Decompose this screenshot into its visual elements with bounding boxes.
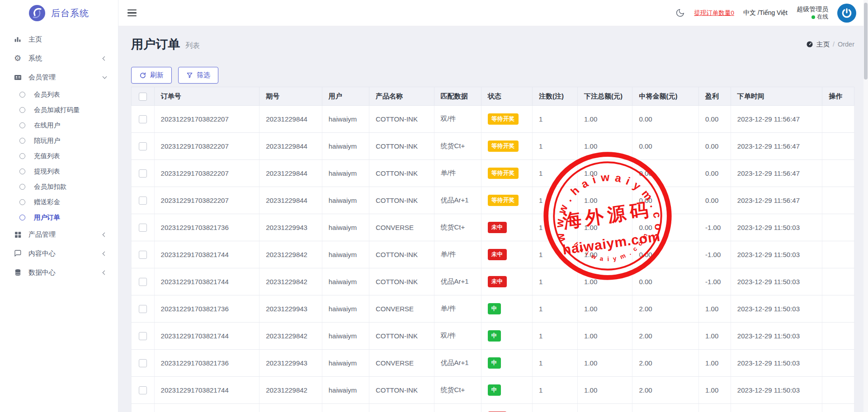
row-checkbox[interactable] xyxy=(139,224,147,232)
cell-user: haiwaiym xyxy=(322,295,369,323)
sidebar-item-user-orders[interactable]: 用户订单 xyxy=(0,210,118,225)
cell-status: 未中 xyxy=(481,404,532,412)
cell-profit: 0.00 xyxy=(699,160,731,187)
admin-name: 超级管理员 xyxy=(797,5,828,13)
sidebar-item-withdraw-list[interactable]: 提现列表 xyxy=(0,164,118,179)
row-checkbox[interactable] xyxy=(139,305,147,313)
cell-user: haiwaiym xyxy=(322,268,369,295)
cell-win: 0.00 xyxy=(632,106,699,133)
cell-period: 20231229943 xyxy=(259,295,322,323)
cell-user: haiwaiym xyxy=(322,241,369,268)
cell-checkbox xyxy=(132,133,155,160)
sidebar-item-label: 数据中心 xyxy=(28,268,56,277)
col-header-checkbox xyxy=(132,87,155,106)
circle-icon xyxy=(17,92,27,98)
sidebar-item-recharge-list[interactable]: 充值列表 xyxy=(0,148,118,164)
table-row: 20231229170382220720231229844haiwaiymCOT… xyxy=(132,106,854,133)
row-checkbox[interactable] xyxy=(139,197,147,205)
col-header-win: 中将金额(元) xyxy=(632,87,699,106)
app-logo[interactable]: 后台系统 xyxy=(0,0,118,26)
cell-time: 2023-12-29 11:56:47 xyxy=(731,133,822,160)
row-checkbox[interactable] xyxy=(139,115,147,123)
admin-info[interactable]: 超级管理员 在线 xyxy=(797,5,828,20)
sidebar-item-member-list[interactable]: 会员列表 xyxy=(0,87,118,102)
cell-win: 2.00 xyxy=(632,377,699,404)
sidebar-item-data-center[interactable]: 数据中心 xyxy=(0,263,118,282)
cell-time: 2023-12-29 11:50:03 xyxy=(731,268,822,295)
cell-match: 单/件 xyxy=(434,241,481,268)
cell-period: 20231229842 xyxy=(259,268,322,295)
cell-period: 20231229842 xyxy=(259,377,322,404)
circle-icon xyxy=(17,153,27,159)
cell-bets: 1 xyxy=(532,350,577,377)
refresh-button[interactable]: 刷新 xyxy=(131,67,172,84)
cell-period: 20231229943 xyxy=(259,350,322,377)
cell-status: 等待开奖 xyxy=(481,160,532,187)
circle-icon xyxy=(17,122,27,128)
withdraw-order-count-alert[interactable]: 提现订单数量0 xyxy=(694,9,734,17)
cell-status: 未中 xyxy=(481,241,532,268)
row-checkbox[interactable] xyxy=(139,251,147,259)
select-all-checkbox[interactable] xyxy=(139,93,147,101)
cell-total: 1.00 xyxy=(578,241,632,268)
sidebar-item-online-users[interactable]: 在线用户 xyxy=(0,117,118,133)
sidebar-toggle-icon[interactable] xyxy=(127,8,137,18)
cell-order_no: 202312291703822207 xyxy=(154,187,259,214)
cell-bets: 1 xyxy=(532,187,577,214)
status-badge: 未中 xyxy=(488,249,507,260)
sidebar-item-system[interactable]: ⚙系统 xyxy=(0,49,118,68)
col-header-action: 操作 xyxy=(822,87,854,106)
cell-status: 等待开奖 xyxy=(481,133,532,160)
sidebar-item-content-center[interactable]: 内容中心 xyxy=(0,244,118,263)
row-checkbox[interactable] xyxy=(139,359,147,367)
cell-win: 2.00 xyxy=(632,323,699,350)
refresh-button-label: 刷新 xyxy=(150,71,164,80)
cell-win: 2.00 xyxy=(632,295,699,323)
app-logo-icon xyxy=(29,5,45,21)
database-icon xyxy=(13,268,23,276)
cell-profit: 0.00 xyxy=(699,133,731,160)
row-checkbox[interactable] xyxy=(139,169,147,178)
cell-period: 20231229842 xyxy=(259,323,322,350)
sidebar-item-play-users[interactable]: 陪玩用户 xyxy=(0,133,118,148)
sidebar-item-product-mgmt[interactable]: 产品管理 xyxy=(0,225,118,244)
id-card-icon xyxy=(13,73,23,82)
cell-status: 等待开奖 xyxy=(481,187,532,214)
cell-match: 单/件 xyxy=(434,295,481,323)
cell-product: COTTON-INK xyxy=(369,160,434,187)
cell-total: 1.00 xyxy=(578,377,632,404)
avatar[interactable] xyxy=(837,4,856,23)
cell-time: 2023-12-29 11:50:03 xyxy=(731,323,822,350)
row-checkbox[interactable] xyxy=(139,142,147,150)
table-row: 20231229170382174420231229842haiwaiymCOT… xyxy=(132,377,854,404)
sidebar-item-member-mgmt[interactable]: 会员管理 xyxy=(0,68,118,87)
cell-order_no: 202312291703821736 xyxy=(154,350,259,377)
cell-status: 中 xyxy=(481,323,532,350)
breadcrumb-home[interactable]: 主页 xyxy=(816,40,830,49)
sidebar-item-gift-bonus[interactable]: 赠送彩金 xyxy=(0,194,118,210)
moon-icon xyxy=(675,8,685,18)
sidebar-item-member-adjust-fund[interactable]: 会员加扣款 xyxy=(0,179,118,194)
sidebar-item-member-code-adjust[interactable]: 会员加减打码量 xyxy=(0,102,118,117)
scrollbar-thumb[interactable] xyxy=(864,3,868,80)
row-checkbox[interactable] xyxy=(139,386,147,394)
page-subtitle: 列表 xyxy=(185,41,200,51)
dashboard-gauge-icon xyxy=(806,41,813,48)
status-badge: 未中 xyxy=(488,276,507,287)
sidebar-item-label: 会员加减打码量 xyxy=(34,106,80,114)
dark-mode-toggle[interactable] xyxy=(675,8,685,18)
cell-action xyxy=(822,295,854,323)
sidebar-item-home[interactable]: 主页 xyxy=(0,30,118,49)
cell-product: COTTON-INK xyxy=(369,106,434,133)
cell-total: 1.00 xyxy=(578,404,632,412)
sidebar-item-label: 用户订单 xyxy=(34,213,60,222)
sidebar-item-label: 产品管理 xyxy=(28,230,56,239)
filter-button[interactable]: 筛选 xyxy=(178,67,218,84)
cell-total: 1.00 xyxy=(578,187,632,214)
sidebar-item-label: 主页 xyxy=(28,35,42,44)
row-checkbox[interactable] xyxy=(139,332,147,340)
sidebar-item-label: 会员加扣款 xyxy=(34,183,67,191)
cell-bets: 1 xyxy=(532,295,577,323)
row-checkbox[interactable] xyxy=(139,278,147,286)
language-switcher[interactable]: 中文 /Tiếng Việt xyxy=(743,9,788,17)
